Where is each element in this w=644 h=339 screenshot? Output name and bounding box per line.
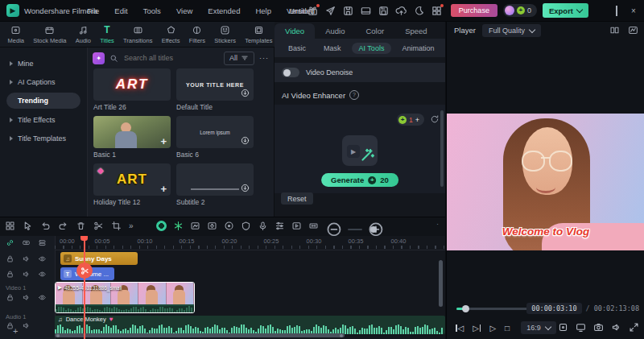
title-card[interactable]: YOUR TITLE HERE Default Title [176,68,254,111]
zoom-slider-handle[interactable] [370,226,377,233]
ai-tool-icon[interactable] [173,221,184,231]
properties-scrollbar[interactable] [440,110,444,187]
tab-templates[interactable]: Templates [245,25,272,44]
mute-track-icon[interactable] [22,293,31,302]
playhead[interactable] [84,236,85,339]
save-icon[interactable] [378,5,390,17]
speed-ramp-icon[interactable] [190,221,200,231]
avatar[interactable] [505,6,514,15]
subtab-basic[interactable]: Basic [281,43,313,54]
select-tool-icon[interactable] [23,221,33,231]
subtab-animation[interactable]: Animation [394,43,441,54]
download-icon[interactable] [241,136,250,145]
subtab-mask[interactable]: Mask [316,43,349,54]
playhead-handle[interactable] [80,236,88,241]
account-coin-pill[interactable]: + 0 [503,4,537,17]
download-icon[interactable] [241,89,250,97]
mirror-display-icon[interactable] [576,322,586,333]
refresh-icon[interactable] [430,114,440,124]
tab-stickers[interactable]: Stickers [214,25,236,44]
lock-track-icon[interactable] [6,270,14,279]
menu-extended[interactable]: Extended [208,6,240,15]
mute-track-icon[interactable] [22,321,31,330]
video-preview[interactable]: Welcome to Vlog [447,114,644,250]
scrubber-handle[interactable] [462,305,469,312]
credit-pill[interactable]: + 1 + [397,114,424,126]
help-icon[interactable]: ? [349,90,359,100]
quality-dropdown[interactable]: Full Quality [482,24,541,37]
auto-ripple-icon[interactable] [22,238,31,247]
split-view-icon[interactable] [609,25,620,35]
crop-icon[interactable] [111,221,122,231]
more-tools-icon[interactable]: » [129,221,134,231]
redo-icon[interactable] [58,221,68,231]
mark-icon[interactable] [558,322,568,333]
title-card[interactable]: Subtitle 2 [176,163,254,206]
tab-stock-media[interactable]: Stock Media [33,25,66,44]
sidebar-item-ai-captions[interactable]: AI Captions [0,72,87,91]
media-view-icon[interactable] [5,221,15,231]
timeline-vertical-scrollbar[interactable] [439,260,443,307]
menu-help[interactable]: Help [255,6,271,15]
sidebar-item-mine[interactable]: Mine [0,54,87,72]
add-icon[interactable]: + [160,184,167,194]
tab-speed[interactable]: Speed [394,23,437,39]
fit-timeline-icon[interactable] [308,221,319,231]
tab-transitions[interactable]: Transitions [123,25,152,44]
ai-titles-icon[interactable]: ✦ [93,52,105,64]
record-icon[interactable] [224,221,234,231]
mute-track-icon[interactable] [22,270,31,279]
audio-clip[interactable]: ♫ Dance Monkey ♥ [55,316,445,334]
timeline-ruler[interactable]: 00:00 00:05 00:10 00:15 00:20 00:25 00:3… [55,236,445,250]
menu-view[interactable]: View [176,6,192,15]
title-overlay-text[interactable]: Welcome to Vlog [447,225,644,238]
delete-icon[interactable] [76,221,86,231]
search-input[interactable] [122,53,206,63]
mute-track-icon[interactable] [22,254,31,263]
filter-all-button[interactable]: All [224,52,254,65]
scopes-icon[interactable] [628,25,638,35]
more-icon[interactable]: · [436,221,439,228]
restore-button[interactable] [611,6,622,15]
tab-effects[interactable]: Effects [162,25,180,44]
volume-icon[interactable] [611,322,621,333]
add-icon[interactable]: + [160,136,167,147]
reset-button[interactable]: Reset [281,192,313,205]
export-button[interactable]: Export [543,3,588,18]
cloud-upload-icon[interactable] [395,5,407,17]
previous-frame-button[interactable]: ◁ [456,324,464,333]
playhead-split-button[interactable] [76,263,93,279]
download-icon[interactable] [241,184,250,192]
more-options-icon[interactable]: ··· [259,54,269,62]
tab-color[interactable]: Color [355,23,394,39]
split-scissors-icon[interactable] [93,221,104,231]
tab-audio-props[interactable]: Audio [315,23,355,39]
undo-icon[interactable] [40,221,51,231]
timeline-zoom-slider[interactable] [348,229,362,230]
subtab-ai-tools[interactable]: AI Tools [352,43,392,54]
next-frame-button[interactable]: ▷ [473,324,481,333]
play-button[interactable]: ▷ [489,324,496,333]
share-icon[interactable] [324,5,336,17]
tab-audio[interactable]: Audio [76,25,91,44]
tab-video[interactable]: Video [275,23,315,39]
menu-edit[interactable]: Edit [114,6,127,15]
stop-button[interactable]: □ [505,324,510,333]
timeline-horizontal-scrollbar[interactable] [55,333,345,337]
video-clip-selected[interactable]: ▶ 48255-453131886_small [55,282,195,313]
add-credits-icon[interactable]: + [415,116,419,124]
add-track-button[interactable]: + [13,326,18,336]
menu-tools[interactable]: Tools [143,6,161,15]
workspace-icon[interactable] [431,5,443,17]
title-card[interactable]: Lorem ipsum Basic 6 [176,116,254,159]
keyframe-icon[interactable] [207,221,217,231]
hide-track-icon[interactable] [38,270,47,279]
chroma-key-icon[interactable] [156,221,167,231]
lock-track-icon[interactable] [6,254,14,263]
video-denoise-toggle[interactable] [282,68,299,77]
sidebar-item-title-templates[interactable]: Title Templates [0,129,87,147]
tab-media[interactable]: Media [8,25,24,44]
tab-titles[interactable]: TTitles [100,25,114,44]
sidebar-item-trending[interactable]: Trending [6,93,80,109]
title-clip[interactable]: ♫ Sunny Days [60,252,138,265]
